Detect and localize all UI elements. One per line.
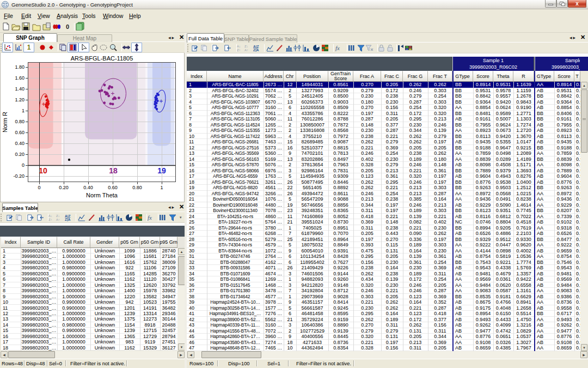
svg-text:A↓: A↓ — [237, 45, 241, 48]
svg-text:A↓: A↓ — [48, 214, 52, 218]
svg-text:1: 1 — [22, 108, 24, 113]
svg-text:fx: fx — [148, 214, 152, 221]
svg-text:0.40: 0.40 — [83, 185, 93, 190]
svg-text:0.60: 0.60 — [108, 185, 118, 190]
svg-text:1.60: 1.60 — [15, 75, 24, 81]
svg-text:1: 1 — [160, 185, 163, 190]
svg-text:-0.20: -0.20 — [13, 173, 24, 179]
svg-text:Z↓: Z↓ — [244, 45, 248, 48]
svg-text:1.40: 1.40 — [15, 86, 24, 92]
svg-text:Z↓: Z↓ — [56, 214, 60, 218]
svg-text:0.80: 0.80 — [15, 119, 24, 124]
svg-text:0.20: 0.20 — [59, 185, 69, 190]
svg-text:1.20: 1.20 — [15, 97, 24, 102]
svg-text:0: 0 — [22, 162, 24, 168]
svg-text:Z↑: Z↑ — [48, 218, 52, 221]
svg-text:10: 10 — [39, 166, 47, 175]
svg-text:Z|A: Z|A — [253, 48, 259, 52]
svg-text:Z|A: Z|A — [65, 218, 71, 221]
svg-text:Z↑: Z↑ — [237, 49, 241, 52]
svg-text:Norm R: Norm R — [2, 112, 8, 132]
svg-text:0.20: 0.20 — [15, 152, 24, 157]
svg-text:0.80: 0.80 — [132, 185, 142, 190]
svg-text:fx: fx — [335, 45, 340, 51]
svg-text:0.40: 0.40 — [15, 141, 24, 146]
svg-text:19: 19 — [157, 166, 166, 175]
svg-text:A↑: A↑ — [244, 49, 248, 52]
svg-text:0: 0 — [38, 185, 40, 190]
svg-text:ARS-BFGL-BAC-11805: ARS-BFGL-BAC-11805 — [71, 55, 133, 62]
svg-text:1.80: 1.80 — [15, 64, 24, 70]
svg-text:0.60: 0.60 — [15, 130, 24, 135]
svg-text:18: 18 — [109, 166, 118, 175]
svg-text:A↑: A↑ — [56, 218, 60, 221]
svg-text:Norm Theta: Norm Theta — [86, 192, 118, 198]
